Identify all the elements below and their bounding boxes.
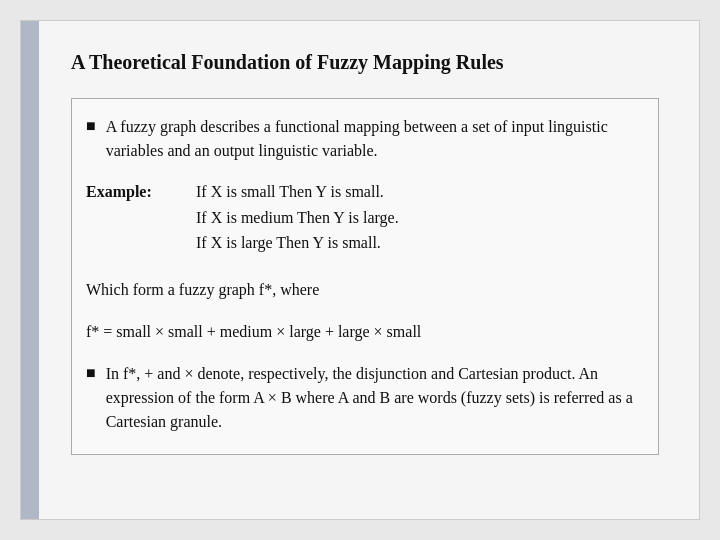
bullet-1-icon: ■ <box>86 117 96 135</box>
slide-title: A Theoretical Foundation of Fuzzy Mappin… <box>71 51 659 74</box>
content: A Theoretical Foundation of Fuzzy Mappin… <box>71 51 659 455</box>
example-line-1: Example: If X is small Then Y is small. <box>86 179 638 205</box>
example-content-1: If X is small Then Y is small. <box>196 179 384 205</box>
main-content: ■ A fuzzy graph describes a functional m… <box>71 98 659 455</box>
bullet-1-text: A fuzzy graph describes a functional map… <box>106 115 638 163</box>
bullet-2-text: In f*, + and × denote, respectively, the… <box>106 362 638 434</box>
fstar-line: f* = small × small + medium × large + la… <box>86 320 638 344</box>
example-line-3: If X is large Then Y is small. <box>86 230 638 256</box>
slide: A Theoretical Foundation of Fuzzy Mappin… <box>20 20 700 520</box>
example-label: Example: <box>86 179 196 205</box>
which-form-text: Which form a fuzzy graph f*, where <box>86 278 638 302</box>
fstar-text: f* = small × small + medium × large + la… <box>86 323 421 340</box>
left-bar <box>21 21 39 519</box>
bullet-2-row: ■ In f*, + and × denote, respectively, t… <box>86 362 638 434</box>
bullet-1-row: ■ A fuzzy graph describes a functional m… <box>86 115 638 163</box>
bullet-2-icon: ■ <box>86 364 96 382</box>
example-block: Example: If X is small Then Y is small. … <box>86 179 638 256</box>
example-line-2: If X is medium Then Y is large. <box>86 205 638 231</box>
